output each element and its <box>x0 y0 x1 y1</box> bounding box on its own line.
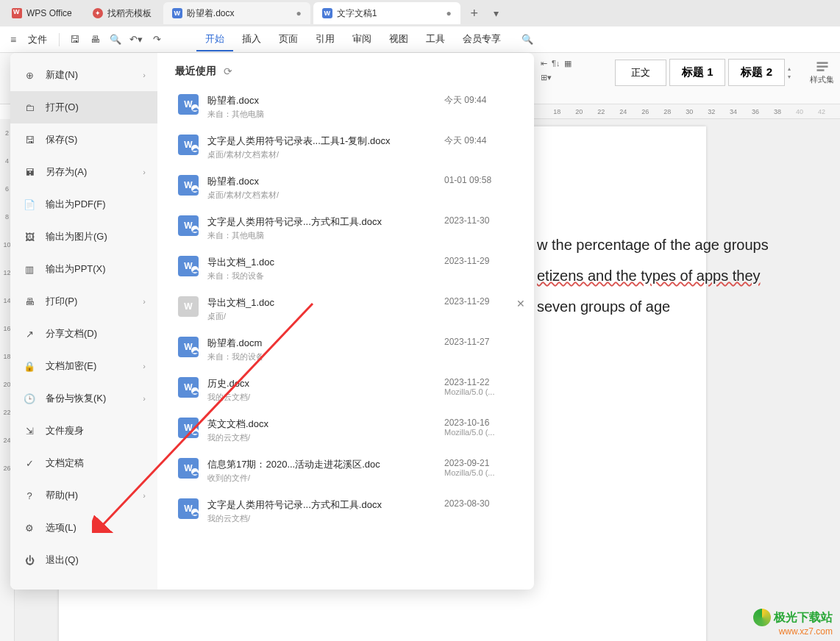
close-icon[interactable]: ● <box>446 8 452 18</box>
style-heading2[interactable]: 标题 2 <box>728 59 785 86</box>
file-meta: 2023-10-16Mozilla/5.0 (... <box>444 418 525 437</box>
fm-encrypt[interactable]: 🔒文档加密(E)› <box>10 350 157 382</box>
recent-file-item[interactable]: W文字是人类用符号记录...方式和工具.docx我的云文档/2023-08-30 <box>175 491 528 531</box>
image-icon: 🖼 <box>22 229 37 244</box>
recent-file-item[interactable]: W盼望着.docx来自：其他电脑今天 09:44 <box>175 87 528 127</box>
doc-icon: W <box>178 135 199 155</box>
file-source: 来自：其他电脑 <box>207 109 444 120</box>
tab-label: 文字文稿1 <box>337 7 377 20</box>
fm-export-ppt[interactable]: ▥输出为PPT(X) <box>10 253 157 285</box>
save-icon[interactable]: 🖫 <box>65 31 83 49</box>
fm-label: 保存(S) <box>46 133 77 146</box>
recent-files-panel: 最近使用 ⟳ W盼望着.docx来自：其他电脑今天 09:44W文字是人类用符号… <box>157 53 534 590</box>
fm-share[interactable]: ↗分享文档(D) <box>10 318 157 350</box>
tab-doc-2[interactable]: W 文字文稿1 ● <box>313 2 460 24</box>
file-date: 01-01 09:58 <box>444 175 525 185</box>
fm-new[interactable]: ⊕新建(N)› <box>10 59 157 91</box>
doc-text[interactable]: etizens and the types of apps they <box>537 260 640 291</box>
lock-icon: 🔒 <box>22 359 37 373</box>
file-name: 历史.docx <box>207 377 444 390</box>
redo-icon[interactable]: ↷ <box>148 31 165 49</box>
chevron-right-icon: › <box>143 362 146 370</box>
file-source: 来自：其他电脑 <box>207 230 444 241</box>
recent-file-item[interactable]: W信息第17期：2020...活动走进花溪区.doc收到的文件/2023-09-… <box>175 451 528 491</box>
tab-label: 找稻壳模板 <box>107 7 152 20</box>
fm-label: 文件瘦身 <box>46 424 84 437</box>
tab-member[interactable]: 会员专享 <box>454 28 510 51</box>
tab-insert[interactable]: 插入 <box>233 28 270 51</box>
file-meta: 2023-11-22Mozilla/5.0 (... <box>444 377 525 396</box>
svg-rect-1 <box>816 65 827 68</box>
close-icon[interactable]: ● <box>296 8 302 18</box>
file-date: 2023-11-27 <box>444 337 525 347</box>
file-date: 2023-08-30 <box>444 498 525 509</box>
recent-file-item[interactable]: W导出文档_1.doc桌面/2023-11-29✕ <box>175 289 528 329</box>
tab-wps-office[interactable]: WPS Office <box>3 2 81 24</box>
tab-start[interactable]: 开始 <box>196 28 233 51</box>
fm-saveas[interactable]: 🖬另存为(A)› <box>10 156 157 188</box>
file-date: 2023-09-21 <box>444 458 525 468</box>
doc-text[interactable]: w the percentage of the age groups <box>537 229 640 260</box>
tab-review[interactable]: 审阅 <box>344 28 380 51</box>
v-tick: 24 <box>3 426 10 454</box>
tab-view[interactable]: 视图 <box>380 28 417 51</box>
recent-file-item[interactable]: W导出文档_1.doc来自：我的设备2023-11-29 <box>175 248 528 289</box>
fm-options[interactable]: ⚙选项(L) <box>10 512 157 544</box>
fm-export-pdf[interactable]: 📄输出为PDF(F) <box>10 188 157 221</box>
recent-file-item[interactable]: W历史.docx我的云文档/2023-11-22Mozilla/5.0 (... <box>175 370 528 410</box>
recent-file-item[interactable]: W盼望着.docx桌面/素材/文档素材/01-01 09:58 <box>175 168 528 208</box>
tab-page[interactable]: 页面 <box>270 28 307 51</box>
refresh-icon[interactable]: ⟳ <box>224 65 232 77</box>
print-icon[interactable]: 🖶 <box>86 31 104 49</box>
file-source: 桌面/素材/文档素材/ <box>207 149 444 160</box>
file-menu-button[interactable]: 文件 <box>21 30 54 49</box>
fm-finalize[interactable]: ✓文档定稿 <box>10 447 157 479</box>
tab-tools[interactable]: 工具 <box>417 28 454 51</box>
fm-slim[interactable]: ⇲文件瘦身 <box>10 415 157 447</box>
recent-file-item[interactable]: W文字是人类用符号记录...方式和工具.docx来自：其他电脑2023-11-3… <box>175 208 528 248</box>
fm-backup[interactable]: 🕒备份与恢复(K)› <box>10 382 157 415</box>
svg-rect-2 <box>816 69 824 71</box>
border-icon[interactable]: ⊞▾ <box>541 73 552 82</box>
fm-help[interactable]: ?帮助(H)› <box>10 479 157 512</box>
close-icon[interactable]: ✕ <box>516 298 525 309</box>
preview-icon[interactable]: 🔍 <box>107 31 124 49</box>
fm-open[interactable]: 🗀打开(O) <box>10 91 157 123</box>
undo-icon[interactable]: ↶▾ <box>127 31 145 49</box>
style-gallery-expand[interactable]: ▴▾ <box>788 65 800 80</box>
fm-export-image[interactable]: 🖼输出为图片(G) <box>10 221 157 253</box>
recent-file-item[interactable]: W盼望着.docm来自：我的设备2023-11-27 <box>175 329 528 370</box>
tab-overflow-button[interactable]: ▾ <box>485 7 508 19</box>
doc-text[interactable]: seven groups of age <box>537 291 640 322</box>
indent-icon[interactable]: ⇤ <box>541 59 547 68</box>
doc-icon: W <box>172 8 182 18</box>
file-meta: 2023-11-27 <box>444 337 525 347</box>
fm-exit[interactable]: ⏻退出(Q) <box>10 544 157 576</box>
recent-file-item[interactable]: W文字是人类用符号记录表...工具1-复制.docx桌面/素材/文档素材/今天 … <box>175 127 528 168</box>
ruler-tick: 42 <box>818 108 840 115</box>
fm-save[interactable]: 🖫保存(S) <box>10 123 157 156</box>
style-normal[interactable]: 正文 <box>615 60 666 86</box>
fm-label: 另存为(A) <box>46 165 87 179</box>
grid-icon[interactable]: ▦ <box>564 59 572 68</box>
style-collection-button[interactable]: 样式集 <box>810 60 834 85</box>
pilcrow-icon[interactable]: ¶↓ <box>552 59 560 68</box>
v-tick: 26 <box>3 454 10 482</box>
ruler-tick: 24 <box>619 108 641 115</box>
tab-template[interactable]: ✦ 找稻壳模板 <box>84 2 160 24</box>
chevron-right-icon: › <box>143 168 146 176</box>
svg-rect-0 <box>816 62 827 64</box>
doc-icon: W <box>178 458 199 479</box>
exit-icon: ⏻ <box>22 553 37 567</box>
new-tab-button[interactable]: + <box>463 6 485 21</box>
fm-print[interactable]: 🖶打印(P)› <box>10 285 157 318</box>
style-heading1[interactable]: 标题 1 <box>669 59 726 86</box>
search-icon[interactable]: 🔍 <box>519 31 536 49</box>
hamburger-icon[interactable]: ≡ <box>6 31 21 49</box>
tab-doc-1[interactable]: W 盼望着.docx ● <box>163 2 310 24</box>
tab-reference[interactable]: 引用 <box>307 28 344 51</box>
file-info: 文字是人类用符号记录表...工具1-复制.docx桌面/素材/文档素材/ <box>207 135 444 160</box>
file-info: 文字是人类用符号记录...方式和工具.docx来自：其他电脑 <box>207 215 444 241</box>
recent-file-item[interactable]: W英文文档.docx我的云文档/2023-10-16Mozilla/5.0 (.… <box>175 410 528 451</box>
file-date: 2023-11-30 <box>444 215 525 226</box>
